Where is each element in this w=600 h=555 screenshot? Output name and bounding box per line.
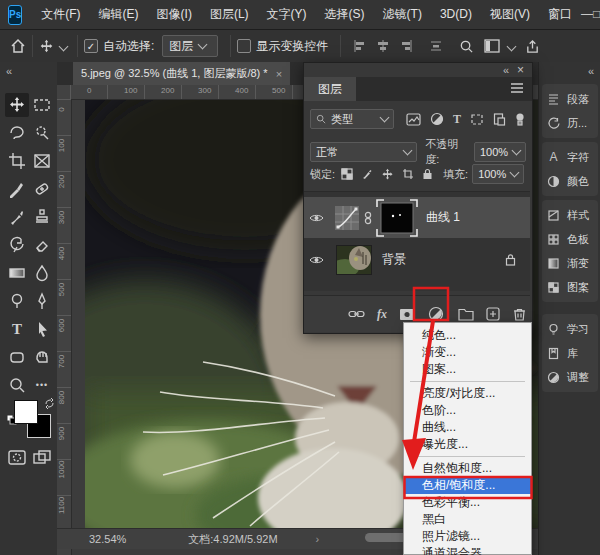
align-left-icon[interactable]	[352, 39, 366, 53]
menu-item-pattern[interactable]: 图案...	[404, 361, 531, 378]
menu-image[interactable]: 图像(I)	[148, 0, 201, 29]
panel-button-styles[interactable]: 样式	[542, 203, 598, 227]
panel-button-color[interactable]: 颜色	[542, 169, 598, 193]
menu-item-black-white[interactable]: 黑白	[404, 511, 531, 528]
panel-button-patterns[interactable]: 图案	[542, 275, 598, 299]
menu-view[interactable]: 视图(V)	[481, 0, 539, 29]
layer-name[interactable]: 曲线 1	[426, 209, 460, 226]
menu-item-hue-saturation[interactable]: 色相/饱和度...	[404, 477, 531, 494]
foreground-color-swatch[interactable]	[14, 400, 38, 424]
zoom-level[interactable]: 32.54%	[89, 533, 126, 545]
panel-button-gradients[interactable]: 渐变	[542, 251, 598, 275]
menu-item-color-balance[interactable]: 色彩平衡...	[404, 494, 531, 511]
dodge-tool[interactable]	[5, 289, 29, 313]
show-transform-checkbox[interactable]	[237, 39, 251, 53]
move-tool[interactable]	[5, 93, 29, 117]
panel-button-learn[interactable]: 学习	[542, 317, 598, 341]
vertical-ruler[interactable]: 0 100 200 300 400 500 600 700 800 900 10…	[57, 99, 72, 555]
toolbar-collapse-icon[interactable]: «	[6, 65, 11, 77]
menu-filter[interactable]: 滤镜(T)	[374, 0, 431, 29]
path-selection-tool[interactable]	[30, 317, 54, 341]
move-tool-icon[interactable]	[39, 39, 54, 54]
search-icon[interactable]	[459, 39, 474, 54]
panel-button-swatches[interactable]: 色板	[542, 227, 598, 251]
pen-tool[interactable]	[30, 289, 54, 313]
menu-item-exposure[interactable]: 曝光度...	[404, 436, 531, 453]
menu-item-solid-color[interactable]: 纯色...	[404, 327, 531, 344]
home-icon[interactable]	[10, 38, 26, 54]
delete-layer-icon[interactable]	[513, 307, 526, 321]
align-center-icon[interactable]	[376, 39, 390, 53]
menu-item-gradient[interactable]: 渐变...	[404, 344, 531, 361]
brush-tool[interactable]	[5, 205, 29, 229]
edit-toolbar-icon[interactable]: •••	[30, 373, 54, 397]
panel-button-history[interactable]: 历...	[542, 111, 598, 135]
lasso-tool[interactable]	[5, 121, 29, 145]
new-group-icon[interactable]	[458, 308, 474, 321]
filter-smart-objects-icon[interactable]	[493, 112, 506, 126]
fill-field[interactable]: 100%	[472, 164, 524, 184]
visibility-eye-icon[interactable]	[304, 255, 328, 265]
menu-file[interactable]: 文件(F)	[32, 0, 89, 29]
zoom-tool[interactable]	[5, 373, 29, 397]
menu-item-curves[interactable]: 曲线...	[404, 419, 531, 436]
crop-tool[interactable]	[5, 149, 29, 173]
frame-tool[interactable]	[30, 149, 54, 173]
menu-type[interactable]: 文字(Y)	[258, 0, 316, 29]
workspace-icon[interactable]	[484, 39, 500, 53]
move-tool-chevron-icon[interactable]	[59, 41, 69, 51]
filter-type-layers-icon[interactable]: T	[453, 112, 461, 127]
menu-item-vibrance[interactable]: 自然饱和度...	[404, 460, 531, 477]
dock-collapse-icon[interactable]: «	[588, 65, 593, 77]
quick-selection-tool[interactable]	[30, 121, 54, 145]
tab-close-icon[interactable]: ×	[276, 68, 282, 80]
filter-pixel-layers-icon[interactable]	[406, 113, 421, 126]
opacity-field[interactable]: 100%	[474, 142, 526, 162]
align-right-icon[interactable]	[400, 39, 414, 53]
curves-adjustment-thumbnail[interactable]	[334, 205, 360, 231]
panel-button-character[interactable]: A 字符	[542, 145, 598, 169]
status-chevron-icon[interactable]: ›	[316, 533, 320, 545]
eyedropper-tool[interactable]	[5, 177, 29, 201]
clone-stamp-tool[interactable]	[30, 205, 54, 229]
healing-brush-tool[interactable]	[30, 177, 54, 201]
layers-tab[interactable]: 图层	[304, 77, 356, 101]
lock-artboard-icon[interactable]	[402, 168, 414, 180]
menu-layer[interactable]: 图层(L)	[201, 0, 258, 29]
menu-item-photo-filter[interactable]: 照片滤镜...	[404, 528, 531, 545]
screen-mode-icon[interactable]	[30, 445, 54, 469]
add-mask-icon[interactable]	[399, 308, 415, 321]
menu-edit[interactable]: 编辑(E)	[90, 0, 148, 29]
lock-transparency-icon[interactable]	[341, 168, 353, 180]
layer-style-fx-icon[interactable]: fx	[377, 307, 387, 322]
history-brush-tool[interactable]	[5, 233, 29, 257]
workspace-chevron-icon[interactable]	[507, 41, 517, 51]
lock-pixels-icon[interactable]	[361, 168, 373, 180]
layer-mask-thumbnail[interactable]	[376, 199, 418, 237]
auto-select-checkbox[interactable]: ✓	[84, 39, 98, 53]
link-layers-icon[interactable]	[348, 309, 365, 319]
document-tab[interactable]: 5.jpeg @ 32.5% (曲线 1, 图层蒙版/8) * ×	[73, 62, 290, 85]
lock-position-icon[interactable]	[381, 168, 394, 181]
share-icon[interactable]	[525, 39, 540, 54]
menu-item-brightness-contrast[interactable]: 亮度/对比度...	[404, 385, 531, 402]
filter-toggle-icon[interactable]	[514, 112, 526, 127]
maximize-button[interactable]: □	[593, 0, 600, 29]
blend-mode-dropdown[interactable]: 正常	[310, 142, 417, 162]
menu-item-channel-mixer[interactable]: 通道混合器	[404, 545, 531, 555]
new-layer-icon[interactable]	[486, 307, 500, 321]
panel-button-libraries[interactable]: 库	[542, 341, 598, 365]
menu-item-levels[interactable]: 色阶...	[404, 402, 531, 419]
menu-window[interactable]: 窗口	[539, 0, 581, 29]
marquee-tool[interactable]	[30, 93, 54, 117]
panel-close-icon[interactable]: ×	[517, 63, 524, 77]
menu-select[interactable]: 选择(S)	[316, 0, 374, 29]
visibility-eye-icon[interactable]	[304, 213, 328, 223]
distribute-icon[interactable]	[429, 39, 443, 53]
layer-name[interactable]: 背景	[382, 251, 406, 268]
gradient-tool[interactable]	[5, 261, 29, 285]
panel-button-paragraph[interactable]: 段落	[542, 87, 598, 111]
filter-adjustment-layers-icon[interactable]	[430, 112, 444, 126]
lock-all-icon[interactable]	[422, 168, 433, 180]
panel-button-adjustments[interactable]: 调整	[542, 365, 598, 389]
